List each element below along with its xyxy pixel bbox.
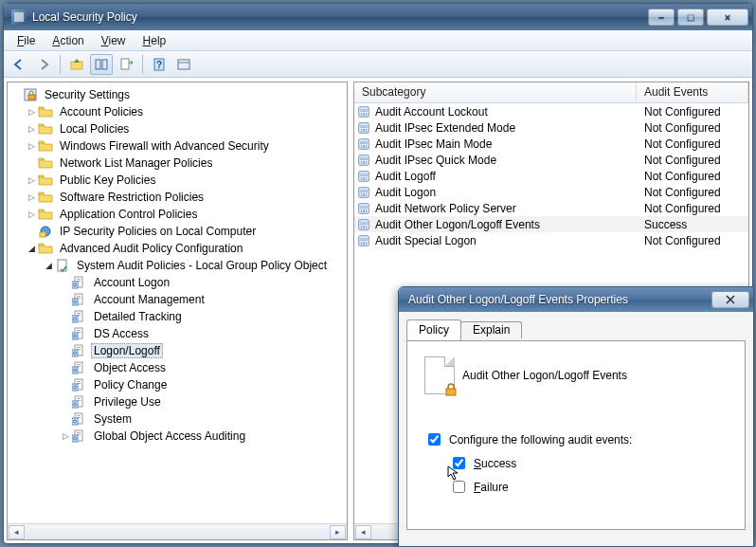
expand-arrow-icon[interactable]: ▷: [25, 192, 38, 202]
configure-checkbox[interactable]: Configure the following audit events:: [424, 430, 728, 448]
scroll-right-button[interactable]: ▸: [330, 525, 346, 539]
list-audit-events: Not Configured: [637, 121, 748, 135]
dialog-close-button[interactable]: [711, 291, 749, 308]
expand-arrow-icon[interactable]: ◢: [42, 261, 55, 270]
tree-item[interactable]: ▷Account Policies: [8, 103, 347, 120]
tab-policy[interactable]: Policy: [406, 319, 461, 340]
menu-action[interactable]: Action: [45, 32, 91, 49]
folder-icon: [38, 104, 53, 119]
list-row[interactable]: 010101Audit Account LockoutNot Configure…: [354, 103, 748, 119]
success-checkbox-input[interactable]: [453, 457, 465, 469]
menu-view[interactable]: View: [94, 32, 134, 49]
expand-arrow-icon[interactable]: ▷: [59, 431, 72, 441]
up-button[interactable]: [65, 54, 88, 75]
tree-item[interactable]: Account Logon: [8, 274, 347, 291]
list-row[interactable]: 010101Audit LogoffNot Configured: [354, 168, 748, 184]
folder-icon: [38, 155, 53, 171]
maximize-button[interactable]: □: [677, 9, 704, 26]
header-audit-events[interactable]: Audit Events: [637, 82, 748, 102]
tree-item[interactable]: DS Access: [8, 325, 347, 342]
svg-rect-12: [39, 124, 44, 126]
tree-item-label: System: [91, 412, 135, 426]
list-row[interactable]: 010101Audit LogonNot Configured: [354, 184, 748, 200]
tree-item[interactable]: ◢Advanced Audit Policy Configuration: [8, 240, 347, 257]
tree-item[interactable]: Network List Manager Policies: [8, 155, 347, 172]
tab-explain[interactable]: Explain: [460, 321, 522, 338]
back-button[interactable]: [8, 54, 30, 75]
svg-rect-20: [39, 244, 44, 246]
tree-item[interactable]: Account Management: [8, 291, 347, 308]
expand-arrow-icon[interactable]: ▷: [25, 175, 38, 185]
tree-item[interactable]: ▷Windows Firewall with Advanced Security: [8, 137, 347, 155]
list-row[interactable]: 010101Audit IPsec Main ModeNot Configure…: [354, 136, 748, 152]
svg-rect-16: [39, 192, 44, 194]
svg-text:101: 101: [360, 209, 368, 213]
list-audit-events: Not Configured: [637, 137, 748, 151]
expand-arrow-icon[interactable]: ▷: [25, 124, 38, 134]
menu-help[interactable]: Help: [135, 32, 174, 49]
list-row[interactable]: 010101Audit IPsec Quick ModeNot Configur…: [354, 152, 748, 168]
window-title: Local Security Policy: [32, 10, 648, 24]
refresh-button[interactable]: [172, 54, 195, 75]
svg-text:101: 101: [360, 112, 368, 117]
configure-checkbox-input[interactable]: [428, 433, 441, 446]
list-audit-events: Success: [637, 218, 748, 231]
view-mode-button[interactable]: [90, 54, 113, 75]
tree-item[interactable]: ◢System Audit Policies - Local Group Pol…: [8, 257, 347, 274]
expand-arrow-icon[interactable]: ▷: [25, 210, 38, 219]
list-audit-events: Not Configured: [637, 234, 748, 247]
dialog-titlebar[interactable]: Audit Other Logon/Logoff Events Properti…: [399, 287, 753, 312]
folder-icon: [38, 173, 53, 188]
header-subcategory[interactable]: Subcategory: [354, 82, 637, 102]
tree-root[interactable]: Security Settings: [8, 86, 347, 103]
tree-item[interactable]: Privilege Use: [8, 393, 347, 410]
tree-pane: Security Settings▷Account Policies▷Local…: [7, 82, 348, 540]
titlebar[interactable]: Local Security Policy – □ ×: [4, 4, 752, 30]
tree-item[interactable]: Logon/Logoff: [8, 342, 347, 359]
list-row[interactable]: 010101Audit Other Logon/Logoff EventsSuc…: [354, 216, 748, 232]
expand-arrow-icon[interactable]: ▷: [25, 107, 38, 117]
tree-item[interactable]: IP Security Policies on Local Computer: [8, 223, 347, 240]
forward-button[interactable]: [32, 54, 55, 75]
svg-rect-13: [39, 141, 44, 143]
tree-item[interactable]: ▷Software Restriction Policies: [8, 189, 347, 206]
list-row[interactable]: 010101Audit IPsec Extended ModeNot Confi…: [354, 119, 748, 136]
tree[interactable]: Security Settings▷Account Policies▷Local…: [8, 82, 347, 523]
list-subcategory: Audit IPsec Main Mode: [373, 137, 637, 151]
registry-icon: 010101: [354, 154, 373, 167]
expand-arrow-icon[interactable]: ◢: [25, 244, 38, 253]
dialog-body: Policy Explain Audit Other Logon/Logoff …: [399, 312, 753, 546]
export-button[interactable]: [115, 54, 137, 75]
registry-icon: 010101: [354, 170, 373, 183]
menu-file[interactable]: File: [9, 32, 43, 49]
properties-dialog: Audit Other Logon/Logoff Events Properti…: [398, 286, 754, 547]
scroll-left-button[interactable]: ◂: [9, 525, 25, 539]
tree-item[interactable]: ▷Global Object Access Auditing: [8, 428, 347, 445]
tree-item[interactable]: Object Access: [8, 359, 347, 376]
list-audit-events: Not Configured: [637, 186, 748, 199]
expand-arrow-icon[interactable]: ▷: [25, 141, 38, 151]
close-button[interactable]: ×: [707, 9, 748, 26]
failure-checkbox-input[interactable]: [453, 481, 465, 493]
failure-checkbox[interactable]: Failure: [449, 478, 728, 496]
tree-item[interactable]: System: [8, 410, 347, 428]
help-button[interactable]: ?: [148, 54, 171, 75]
scroll-left-button[interactable]: ◂: [355, 525, 371, 539]
list-row[interactable]: 010101Audit Special LogonNot Configured: [354, 232, 748, 248]
tree-item-label: Windows Firewall with Advanced Security: [57, 139, 272, 153]
list-row[interactable]: 010101Audit Network Policy ServerNot Con…: [354, 200, 748, 216]
tree-item[interactable]: Policy Change: [8, 376, 347, 393]
folder-icon: [38, 241, 53, 256]
tree-item[interactable]: Detailed Tracking: [8, 308, 347, 325]
tree-item[interactable]: ▷Local Policies: [8, 120, 347, 137]
tree-item[interactable]: ▷Public Key Policies: [8, 172, 347, 189]
tree-hscroll[interactable]: ◂ ▸: [8, 523, 347, 539]
svg-rect-60: [72, 401, 78, 408]
list-audit-events: Not Configured: [637, 105, 748, 119]
minimize-button[interactable]: –: [648, 9, 675, 26]
tree-item-label: Detailed Tracking: [91, 310, 185, 323]
svg-rect-25: [72, 282, 78, 288]
success-checkbox[interactable]: Success: [449, 454, 728, 472]
ipsec-icon: [38, 224, 53, 239]
tree-item[interactable]: ▷Application Control Policies: [8, 206, 347, 223]
